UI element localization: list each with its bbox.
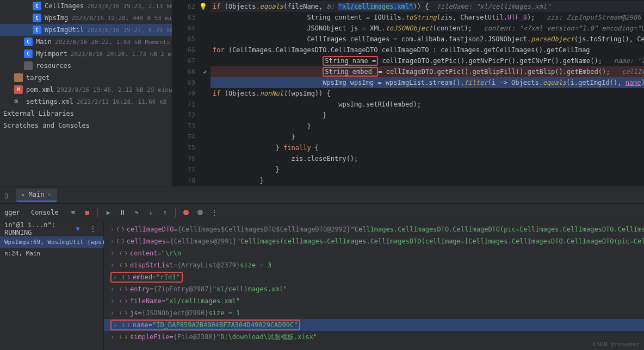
- variable-row[interactable]: ›{ }embed = "rId1": [104, 271, 644, 283]
- code-line[interactable]: }: [210, 175, 644, 186]
- console-tab[interactable]: Console: [31, 209, 59, 216]
- var-type: {CellImages$CellImagesDTO$CellImageDTO@2…: [178, 226, 351, 233]
- thread-selector[interactable]: in"@1 i...n": RUNNING: [4, 221, 72, 236]
- variable-row[interactable]: ›{ }js = {JSONObject@2990} size = 1: [104, 307, 644, 319]
- code-line[interactable]: if (Objects.equals(fileName, b: "xl/cell…: [210, 1, 644, 12]
- tree-item[interactable]: CMyimport2023/8/16 20:20, 1.73 kB 2 minu…: [0, 48, 172, 60]
- more-button[interactable]: ⋮: [208, 207, 220, 218]
- tree-item[interactable]: CWpsImg2023/8/16 19:28, 446 B 53 minutes: [0, 12, 172, 24]
- code-line[interactable]: } finally {: [210, 142, 644, 153]
- expand-icon[interactable]: ›: [110, 238, 114, 245]
- stack-frame[interactable]: WpsImgs:69, WpsImgUtil (wps): [0, 236, 103, 248]
- code-line[interactable]: String embed = cellImageDTO.getPic().get…: [210, 66, 644, 77]
- debugger-tab[interactable]: gger: [4, 209, 20, 216]
- code-line[interactable]: }: [210, 132, 644, 142]
- code-line[interactable]: for (CellImages.CellImagesDTO.CellImageD…: [210, 45, 644, 55]
- file-name: Scratches and Consoles: [3, 122, 90, 129]
- var-eq: =: [158, 249, 162, 257]
- code-line-exec[interactable]: WpsImg wpsImg = wpsImgList.stream().filt…: [210, 77, 644, 88]
- debug-tool-window: g ▸Main× gger Console ≡ ■ ▶ ⏸ ↷ ↓ ↑ ⋮ in…: [0, 186, 644, 350]
- code-editor[interactable]: 62💡 63 64 65 66 67 68✔ 69 70 71 72 73 74…: [172, 0, 644, 186]
- code-line[interactable]: String content = IOUtils.toString(zis, C…: [210, 12, 644, 23]
- step-over-button[interactable]: ↷: [131, 207, 143, 218]
- var-type: {File@2380}: [173, 333, 216, 341]
- close-icon[interactable]: ×: [47, 191, 51, 198]
- var-name: name: [133, 321, 148, 329]
- code-line[interactable]: CellImages cellImages = com.alibaba.fast…: [210, 34, 644, 45]
- file-name: pom.xml: [26, 86, 54, 93]
- run-tab-main[interactable]: ▸Main×: [16, 189, 57, 202]
- expand-icon[interactable]: ›: [110, 309, 117, 317]
- line-num: 78: [188, 177, 195, 184]
- tree-item[interactable]: resources: [0, 60, 172, 72]
- var-eq: =: [138, 309, 141, 317]
- tree-item[interactable]: ⚙settings.xml2023/3/13 16:28, 11.66 kB: [0, 96, 172, 108]
- variable-row[interactable]: ›{ }cellImages = {CellImages@2991} "Cell…: [104, 235, 644, 247]
- t: JSONObject js = XML.: [213, 24, 386, 32]
- t: filter: [464, 79, 487, 86]
- line-num: 64: [188, 24, 195, 32]
- code-line[interactable]: }: [210, 121, 644, 132]
- variable-row[interactable]: ›{ }simpleFile = {File@2380} "D:\downloa…: [104, 331, 644, 343]
- breakpoints-button[interactable]: [180, 207, 192, 218]
- variable-row[interactable]: ›{ }fileName = "xl/cellimages.xml": [104, 295, 644, 307]
- xml-icon: M: [14, 85, 23, 94]
- expand-icon[interactable]: ›: [113, 321, 120, 329]
- stack-frame[interactable]: n:24, Main: [0, 248, 103, 259]
- variable-row[interactable]: ›{ }name = "ID_DAF859A2B4904BF7A304D4902…: [104, 319, 644, 331]
- settings-icon: ⚙: [14, 97, 23, 106]
- tab-g[interactable]: g: [4, 191, 8, 199]
- class-icon: C: [24, 38, 33, 46]
- t: equals: [543, 79, 566, 86]
- expand-icon[interactable]: ›: [110, 226, 114, 233]
- resume-button[interactable]: ▶: [102, 207, 114, 218]
- filter-icon[interactable]: ▼: [72, 223, 84, 235]
- expand-icon[interactable]: ›: [110, 285, 117, 293]
- bulb-icon[interactable]: 💡: [199, 3, 207, 10]
- t: }: [213, 166, 280, 173]
- t: {: [311, 144, 319, 152]
- tree-item[interactable]: External Libraries: [0, 108, 172, 120]
- code-line[interactable]: wpsImg.setRId(embed);: [210, 99, 644, 110]
- pause-button[interactable]: ⏸: [116, 207, 128, 218]
- t: parseObject: [531, 35, 574, 43]
- project-tree[interactable]: CCellImages2023/8/16 19:23, 2.13 kB 58 m…: [0, 0, 172, 186]
- stop-button[interactable]: ■: [81, 207, 93, 218]
- expand-icon[interactable]: ›: [113, 273, 120, 281]
- step-out-button[interactable]: ↑: [159, 207, 171, 218]
- more-icon[interactable]: ⋮: [87, 223, 99, 235]
- code-line[interactable]: }: [210, 164, 644, 175]
- code-line[interactable]: if (Objects.nonNull(wpsImg)) {: [210, 88, 644, 99]
- variable-row[interactable]: ›{ }dispStrList = {ArrayList@2379} size …: [104, 259, 644, 271]
- t: cellImageDTO.getPic().getNvPicPr().getCN…: [378, 57, 602, 65]
- step-into-button[interactable]: ↓: [145, 207, 157, 218]
- var-type-icon: { }: [122, 273, 131, 281]
- expand-icon[interactable]: ›: [110, 261, 117, 269]
- tree-item[interactable]: Scratches and Consoles: [0, 120, 172, 132]
- tree-item-selected[interactable]: CWpsImgUtil2023/8/16 19:27, 6.79 kB 2 mi…: [0, 24, 172, 36]
- t: }: [213, 133, 295, 141]
- code-area[interactable]: if (Objects.equals(fileName, b: "xl/cell…: [210, 0, 644, 186]
- expand-icon[interactable]: ›: [110, 297, 117, 305]
- output-icon[interactable]: ≡: [67, 207, 79, 218]
- grey-dot-icon: [197, 210, 203, 215]
- tree-item[interactable]: Mpom.xml2023/8/16 19:46, 2.12 kB 29 minu…: [0, 84, 172, 96]
- code-line[interactable]: JSONObject js = XML.toJSONObject(content…: [210, 23, 644, 34]
- var-type-icon: { }: [119, 333, 128, 341]
- variable-row[interactable]: ›{ }cellImageDTO = {CellImages$CellImage…: [104, 223, 644, 235]
- expand-icon[interactable]: ›: [110, 249, 117, 257]
- expand-icon[interactable]: ›: [110, 333, 117, 341]
- var-name: content: [130, 249, 158, 257]
- code-line[interactable]: zis.closeEntry();: [210, 153, 644, 164]
- tree-item[interactable]: CCellImages2023/8/16 19:23, 2.13 kB 58 m…: [0, 0, 172, 12]
- code-line[interactable]: String name = cellImageDTO.getPic().getN…: [210, 55, 644, 66]
- t: (js.toString(), CellImages.: [574, 35, 644, 43]
- line-num: 76: [188, 155, 195, 162]
- variable-row[interactable]: ›{ }entry = {ZipEntry@2987} "xl/cellimag…: [104, 283, 644, 295]
- variable-row[interactable]: ›{ }content = "\r\n: [104, 247, 644, 259]
- tree-item[interactable]: CMain2023/8/16 20:22, 1.03 kB Moments ag…: [0, 36, 172, 48]
- tree-item[interactable]: target: [0, 72, 172, 84]
- t: nonNull: [260, 90, 288, 97]
- mute-breakpoints-button[interactable]: [194, 207, 206, 218]
- code-line[interactable]: }: [210, 110, 644, 121]
